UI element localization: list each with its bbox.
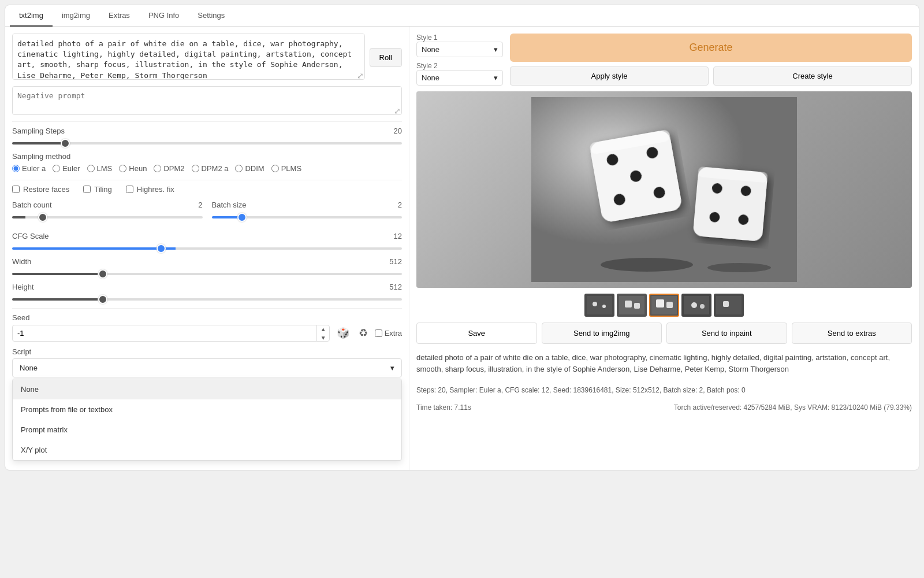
sampling-steps-row: Sampling Steps 20 [12,127,402,146]
radio-heun-label: Heun [129,164,147,173]
radio-lms-label: LMS [97,164,113,173]
divider-2 [12,180,402,180]
right-top-controls: Style 1 None ▾ Style 2 None ▾ [416,34,912,86]
roll-button[interactable]: Roll [370,48,402,67]
cfg-scale-slider[interactable] [12,247,402,250]
thumbnail-1[interactable] [584,294,614,317]
sampling-steps-header: Sampling Steps 20 [12,127,402,135]
batch-size-row: Batch size 2 [212,201,403,220]
tab-img2img[interactable]: img2img [53,5,99,27]
svg-rect-29 [723,301,729,307]
negative-prompt-input[interactable] [12,86,402,115]
divider-1 [12,121,402,122]
svg-point-18 [602,305,606,308]
app-container: txt2img img2img Extras PNG Info Settings… [5,5,919,470]
svg-point-17 [593,302,597,306]
cfg-scale-header: CFG Scale 12 [12,232,402,240]
thumbnail-3[interactable] [649,294,679,317]
cfg-scale-row: CFG Scale 12 [12,232,402,251]
radio-dpm2-a[interactable]: DPM2 a [192,164,229,173]
script-dropdown: None Prompts from file or textbox Prompt… [12,379,402,461]
svg-point-27 [700,304,705,309]
svg-point-26 [691,302,697,308]
prompt-input[interactable]: detailed photo of a pair of white die on… [12,34,365,80]
send-inpaint-button[interactable]: Send to inpaint [666,323,787,344]
radio-heun[interactable]: Heun [119,164,147,173]
highres-fix-label: Highres. fix [137,185,174,194]
sampling-steps-slider[interactable] [12,142,402,144]
radio-lms[interactable]: LMS [87,164,113,173]
seed-spinner-down[interactable]: ▼ [317,334,330,342]
width-slider[interactable] [12,273,402,275]
highres-fix-checkbox[interactable]: Highres. fix [126,185,174,194]
create-style-button[interactable]: Create style [713,66,912,86]
radio-plms[interactable]: PLMS [271,164,301,173]
svg-point-2 [707,263,771,272]
seed-input[interactable]: -1 [12,325,330,342]
apply-style-button[interactable]: Apply style [510,66,709,86]
extra-label: Extra [385,329,402,338]
tab-txt2img[interactable]: txt2img [10,5,53,27]
style1-select[interactable]: None ▾ [416,42,503,57]
neg-prompt-resize-handle[interactable]: ⤢ [394,106,401,116]
seed-recycle-button[interactable]: ♻ [356,324,370,342]
seed-spinner-up[interactable]: ▲ [317,325,330,334]
sampling-steps-value: 20 [394,127,402,135]
svg-rect-24 [666,302,673,308]
style2-select[interactable]: None ▾ [416,70,503,86]
script-option-none[interactable]: None [13,379,401,399]
seed-spinners: ▲ ▼ [316,325,330,342]
styles-controls: Style 1 None ▾ Style 2 None ▾ [416,34,503,86]
output-info-text: detailed photo of a pair of white die on… [416,350,912,377]
script-option-prompts[interactable]: Prompts from file or textbox [13,399,401,420]
thumbnail-4[interactable] [681,294,711,317]
generated-image [416,91,912,288]
style1-group: Style 1 None ▾ [416,34,503,57]
image-container: × [416,91,912,288]
seed-dice-button[interactable]: 🎲 [334,324,352,342]
thumbnail-2[interactable] [617,294,647,317]
tab-png-info[interactable]: PNG Info [139,5,188,27]
output-stats: Steps: 20, Sampler: Euler a, CFG scale: … [416,383,912,398]
style2-group: Style 2 None ▾ [416,62,503,86]
restore-faces-checkbox[interactable]: Restore faces [12,185,69,194]
radio-dpm2[interactable]: DPM2 [154,164,184,173]
send-extras-button[interactable]: Send to extras [792,323,912,344]
style-action-buttons: Apply style Create style [510,66,912,86]
batch-count-value: 2 [198,201,202,209]
radio-dpm2-a-label: DPM2 a [202,164,229,173]
seed-input-container: -1 ▲ ▼ [12,325,330,342]
script-option-xy[interactable]: X/Y plot [13,440,401,460]
radio-euler[interactable]: Euler [53,164,80,173]
batch-size-slider[interactable] [212,216,403,218]
script-select[interactable]: None ▾ [12,358,402,377]
send-img2img-button[interactable]: Send to img2img [542,323,662,344]
tiling-checkbox[interactable]: Tiling [83,185,112,194]
batch-row: Batch count 2 Batch size 2 [12,201,402,226]
prompt-resize-handle[interactable]: ⤢ [357,71,364,80]
prompt-row: detailed photo of a pair of white die on… [12,34,402,81]
radio-euler-a-label: Euler a [22,164,46,173]
thumbnail-5[interactable] [714,294,744,317]
style2-label: Style 2 [416,62,503,70]
radio-euler-a[interactable]: Euler a [12,164,46,173]
tab-settings[interactable]: Settings [188,5,234,27]
right-panel: Style 1 None ▾ Style 2 None ▾ [409,27,919,470]
height-slider[interactable] [12,298,402,301]
script-section: Script None ▾ None Prompts from file or … [12,347,402,461]
save-button[interactable]: Save [416,323,537,344]
tab-extras[interactable]: Extras [99,5,139,27]
script-label: Script [12,347,402,356]
output-time: Time taken: 7.11s [416,403,471,412]
extra-checkbox-input[interactable] [375,329,382,337]
tabs-bar: txt2img img2img Extras PNG Info Settings [5,5,919,27]
radio-ddim[interactable]: DDIM [235,164,264,173]
height-value: 512 [389,283,402,291]
extra-checkbox[interactable]: Extra [375,329,402,338]
script-option-matrix[interactable]: Prompt matrix [13,420,401,440]
restore-faces-label: Restore faces [23,185,69,194]
cfg-scale-label: CFG Scale [12,232,49,240]
batch-count-slider[interactable] [12,216,203,218]
generate-button[interactable]: Generate [510,34,912,62]
batch-size-value: 2 [398,201,402,209]
